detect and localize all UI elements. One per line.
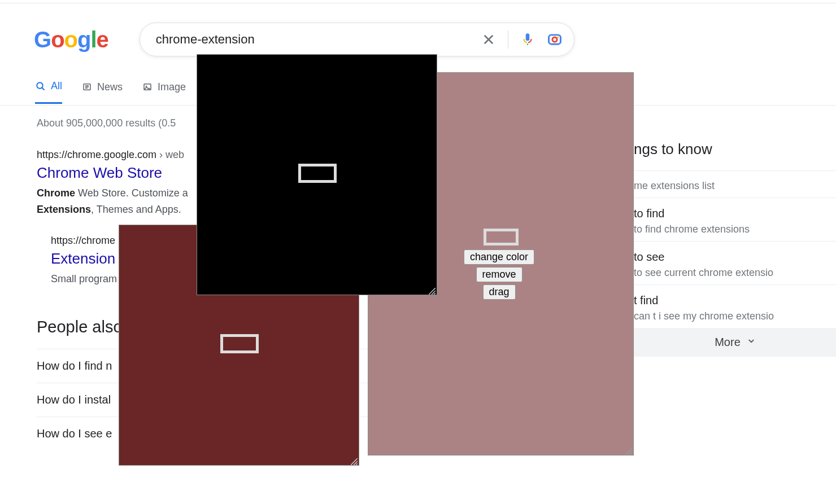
change-color-button[interactable]: change color bbox=[464, 249, 534, 265]
lens-icon[interactable] bbox=[547, 32, 563, 47]
drag-button[interactable]: drag bbox=[483, 284, 516, 300]
resize-handle-icon[interactable] bbox=[351, 457, 358, 464]
overlay-handle-icon[interactable] bbox=[298, 164, 337, 183]
sidebar-more-label: More bbox=[715, 336, 741, 349]
search-tabs: All News Image bbox=[35, 80, 186, 104]
search-box[interactable] bbox=[140, 23, 574, 56]
search-icon bbox=[35, 81, 46, 92]
sidebar-block-sub: can t i see my chrome extensio bbox=[634, 310, 836, 322]
tab-news[interactable]: News bbox=[81, 81, 123, 103]
google-logo[interactable]: Google bbox=[34, 27, 108, 52]
sidebar-block-title: t find bbox=[634, 294, 836, 307]
resize-handle-icon[interactable] bbox=[625, 447, 632, 454]
sidebar-block-sub: to see current chrome extensio bbox=[634, 267, 836, 279]
svg-point-1 bbox=[552, 37, 557, 42]
remove-button[interactable]: remove bbox=[476, 267, 522, 282]
sidebar-block-sub: to find chrome extensions bbox=[634, 223, 836, 235]
tab-news-label: News bbox=[97, 81, 123, 93]
sidebar-heading: ngs to know bbox=[634, 141, 836, 158]
overlay-context-menu: change color remove drag bbox=[464, 249, 534, 300]
sidebar-block[interactable]: to see to see current chrome extensio bbox=[634, 242, 836, 284]
sidebar-block[interactable]: me extensions list bbox=[634, 171, 836, 198]
sidebar-block[interactable]: to find to find chrome extensions bbox=[634, 198, 836, 241]
sidebar-block-sub: me extensions list bbox=[634, 180, 836, 192]
sidebar-more-button[interactable]: More bbox=[634, 328, 836, 357]
microphone-icon[interactable] bbox=[520, 32, 535, 47]
svg-rect-0 bbox=[548, 35, 560, 44]
tab-all[interactable]: All bbox=[35, 80, 62, 104]
knowledge-sidebar: ngs to know me extensions list to find t… bbox=[634, 141, 836, 357]
sidebar-block-title: to find bbox=[634, 207, 836, 220]
overlay-box-black[interactable] bbox=[197, 54, 437, 295]
image-icon bbox=[142, 81, 153, 93]
tab-images-label: Image bbox=[158, 81, 186, 93]
search-icon-divider bbox=[508, 30, 508, 49]
top-divider bbox=[0, 3, 836, 3]
news-icon bbox=[81, 81, 93, 93]
overlay-handle-icon[interactable] bbox=[220, 334, 259, 353]
overlay-handle-icon[interactable] bbox=[484, 229, 519, 246]
tab-all-label: All bbox=[51, 80, 62, 92]
sidebar-block-title: to see bbox=[634, 251, 836, 264]
chevron-down-icon bbox=[746, 336, 756, 349]
tab-images[interactable]: Image bbox=[142, 81, 186, 103]
clear-icon[interactable] bbox=[481, 32, 497, 47]
resize-handle-icon[interactable] bbox=[429, 287, 436, 293]
sidebar-block[interactable]: t find can t i see my chrome extensio bbox=[634, 285, 836, 328]
search-input[interactable] bbox=[156, 32, 481, 47]
svg-point-2 bbox=[557, 36, 559, 38]
header: Google bbox=[34, 23, 574, 56]
